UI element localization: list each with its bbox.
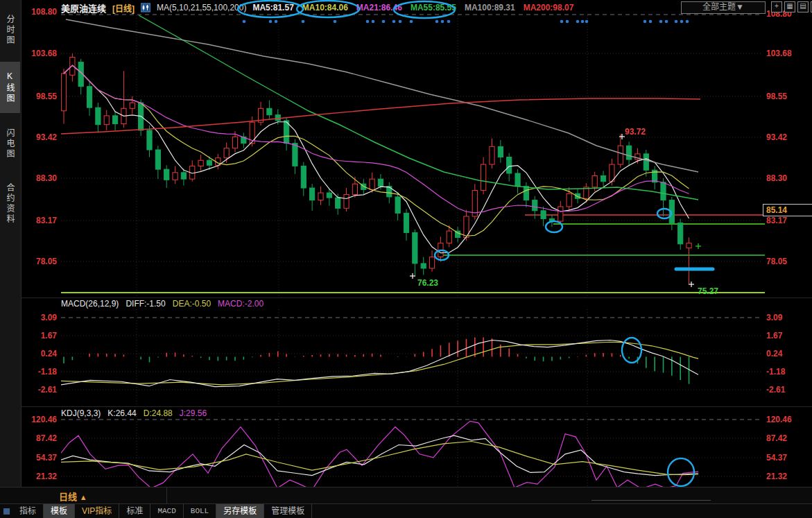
price-annotation: 76.23 [417, 278, 438, 288]
signal-dot [576, 20, 580, 24]
panel-divider[interactable] [21, 406, 812, 407]
price-axis-label-right: 103.68 [766, 49, 792, 58]
bottom-tab-VIP指标[interactable]: VIP指标 [75, 504, 119, 518]
macd-axis-label-left: -2.61 [21, 385, 57, 395]
bottom-tab-模板[interactable]: 模板 [44, 504, 75, 518]
kdj-header: KDJ(9,3,3) K:26.44 D:24.88 J:29.56 [61, 408, 207, 418]
signal-dot [675, 20, 678, 24]
price-axis-label-right: 93.42 [766, 132, 787, 142]
kdj-axis-label-left: 21.32 [21, 472, 57, 481]
signal-dot [243, 20, 246, 24]
ma21-line [64, 65, 689, 213]
crosshair-icon[interactable]: + [771, 1, 782, 12]
date-axis-row: 日线 ▲ [0, 487, 812, 504]
sidebar-tab-闪电图[interactable]: 闪电图 [0, 119, 20, 169]
macd-axis-label-right: 1.67 [766, 331, 782, 340]
price-axis-label-left: 98.55 [21, 92, 57, 101]
bottom-tab-标准[interactable]: 标准 [119, 504, 150, 518]
macd-axis-label-left: 0.24 [21, 349, 57, 359]
highlight-ellipse [622, 338, 641, 363]
j-line [61, 421, 698, 490]
scale-axis-icon[interactable]: ▤ [797, 1, 809, 12]
layout-grid-icon[interactable]: ▦ [784, 1, 795, 12]
chart-controls: 全部主题▼ +▦▤⇥ [681, 1, 812, 14]
ma5-line [64, 65, 689, 252]
macd-axis-label-right: 0.24 [766, 349, 782, 359]
bottom-tab-管理模板[interactable]: 管理模板 [264, 504, 312, 518]
price-axis-label-left: 103.68 [21, 49, 57, 58]
price-axis-label-right: 78.05 [766, 257, 787, 266]
signal-dot [566, 20, 569, 24]
kdj-d-value: D:24.88 [144, 408, 173, 418]
kdj-axis-label-right: 120.46 [766, 415, 792, 424]
symbol-name[interactable]: 美原油连续 [61, 1, 106, 15]
period-label[interactable]: 日线 ▲ [59, 490, 87, 503]
d-line [61, 442, 698, 475]
candlesticks [61, 15, 700, 284]
ma-value: MA10:84.06 [302, 3, 348, 12]
signal-dot [686, 20, 689, 24]
signal-dot [649, 20, 653, 24]
period-tag[interactable]: [日线] [112, 2, 135, 14]
signal-dot [643, 20, 647, 24]
ma-value: MA200:98.07 [524, 3, 574, 12]
app-corner-icon [3, 508, 10, 515]
signal-dot [302, 20, 305, 24]
chart-header: 美原油连续 [日线] MA(5,10,21,55,100,200) MA5:81… [21, 0, 573, 15]
alert-lines [61, 215, 765, 293]
ma55-line [139, 15, 698, 200]
signal-dot [382, 20, 386, 24]
left-sidebar: 分时图K线图闪电图合约资料 [0, 0, 21, 487]
price-axis-label-left: 93.42 [21, 132, 57, 142]
signal-dot [372, 20, 375, 24]
macd-axis-label-left: -1.18 [21, 367, 57, 377]
sidebar-tab-K线图[interactable]: K线图 [0, 62, 20, 113]
kdj-axis-label-left: 54.37 [21, 453, 57, 463]
ma-value: MA21:86.46 [356, 3, 402, 12]
kdj-axis-label-right: 87.42 [766, 433, 787, 443]
chart-canvas[interactable]: 76.2393.7275.27 [0, 0, 812, 518]
axis-labels-layer: 108.80108.80103.68103.6898.5598.5593.429… [0, 0, 812, 518]
bottom-tab-另存模板[interactable]: 另存模板 [216, 504, 264, 518]
ma-value: MA5:81.57 [252, 3, 293, 12]
price-axis-label-right: 98.55 [766, 92, 787, 101]
kline-icon[interactable] [141, 3, 150, 12]
kdj-title[interactable]: KDJ(9,3,3) [61, 408, 101, 418]
kdj-axis-label-right: 54.37 [766, 453, 787, 463]
kdj-axis-label-right: 21.32 [766, 472, 787, 481]
bottom-toolbar: 指标模板VIP指标标准MACDBOLL另存模板管理模板 [0, 504, 812, 518]
trading-app-window: 美原油连续 [日线] MA(5,10,21,55,100,200) MA5:81… [0, 0, 812, 518]
price-axis-label-left: 88.30 [21, 173, 57, 183]
macd-axis-label-left: 1.67 [21, 331, 57, 340]
signal-dot [665, 20, 668, 24]
signal-dot [410, 20, 413, 24]
signal-dot [560, 20, 564, 24]
signal-dot [334, 20, 337, 24]
chevron-up-icon[interactable]: ▲ [80, 493, 87, 501]
bottom-tab-BOLL[interactable]: BOLL [184, 504, 216, 518]
theme-dropdown[interactable]: 全部主题▼ [681, 1, 766, 14]
signal-dot [680, 20, 684, 24]
panel-divider[interactable] [21, 297, 812, 298]
ma100-line [66, 19, 698, 172]
price-axis-label-right: 83.17 [766, 216, 787, 225]
ma200-line [61, 98, 700, 134]
dea-line [61, 342, 698, 385]
macd-axis-label-left: 3.09 [21, 313, 57, 322]
signal-dot [441, 20, 444, 24]
bottom-tab-指标[interactable]: 指标 [12, 504, 44, 518]
kdj-j-value: J:29.56 [180, 408, 207, 418]
signal-dot [399, 20, 402, 24]
sidebar-tab-合约资料[interactable]: 合约资料 [0, 173, 20, 234]
price-axis-label-left: 83.17 [21, 216, 57, 225]
macd-panel [61, 337, 698, 386]
scroll-indicator[interactable] [591, 500, 711, 501]
macd-title[interactable]: MACD(26,12,9) [61, 299, 119, 309]
bottom-tab-MACD[interactable]: MACD [150, 504, 183, 518]
highlight-ellipse [668, 458, 694, 486]
highlight-ellipse [435, 250, 449, 260]
macd-axis-label-right: -2.61 [766, 385, 785, 395]
period-cell[interactable]: 日线 ▲ [0, 487, 167, 503]
sidebar-tab-分时图[interactable]: 分时图 [0, 6, 20, 54]
ma-value: MA55:85.55 [411, 3, 456, 12]
